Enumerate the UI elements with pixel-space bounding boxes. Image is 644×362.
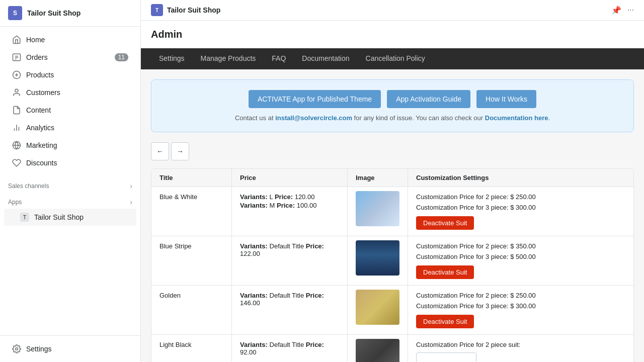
row2-image (348, 236, 408, 285)
nav-item-settings[interactable]: Settings (151, 48, 193, 69)
how-it-works-button[interactable]: How It Works (476, 90, 536, 108)
row4-image (348, 335, 408, 362)
table-row: Light Black Variants: Default Title Pric… (151, 335, 633, 362)
deactivate-suit-button-2[interactable]: Deactivate Suit (416, 265, 474, 279)
nav-item-cancellation-policy[interactable]: Cancellation Policy (358, 48, 433, 69)
sidebar-brand-name: Tailor Suit Shop (27, 9, 80, 17)
app-sub-icon: T (20, 213, 29, 222)
row4-price: Variants: Default Title Price: 92.00 (232, 335, 348, 362)
customers-label: Customers (26, 88, 60, 97)
row3-title: Golden (151, 286, 232, 334)
prev-arrow-button[interactable]: ← (151, 142, 169, 160)
row1-settings: Customization Price for 2 piece: $ 250.0… (408, 187, 633, 236)
products-icon (12, 70, 21, 79)
main-content-area: T Tailor Suit Shop 📌 ··· Admin Settings … (141, 0, 644, 362)
orders-label: Orders (26, 53, 48, 61)
deactivate-suit-button-1[interactable]: Deactivate Suit (416, 216, 474, 230)
sidebar-item-products[interactable]: Products (4, 66, 136, 83)
nav-item-faq[interactable]: FAQ (264, 48, 294, 69)
row3-settings: Customization Price for 2 piece: $ 250.0… (408, 286, 633, 334)
sidebar-header: S Tailor Suit Shop (0, 0, 140, 27)
svg-point-13 (16, 348, 18, 350)
table-header: Title Price Image Customization Settings (151, 169, 633, 187)
topbar-right: 📌 ··· (611, 6, 634, 15)
sidebar-item-home[interactable]: Home (4, 31, 136, 48)
nav-item-documentation[interactable]: Documentation (294, 48, 357, 69)
sidebar-sub-item-tailor-suit-shop[interactable]: T Tailor Suit Shop (4, 209, 136, 226)
content-icon (12, 106, 21, 115)
sidebar-item-discounts[interactable]: Discounts (4, 154, 136, 171)
apps-section[interactable]: Apps › (0, 192, 140, 208)
product-image-blue-white (356, 191, 399, 226)
sidebar-item-analytics[interactable]: Analytics (4, 119, 136, 136)
activation-btn-row: ACTIVATE App for Published Theme App Act… (162, 90, 623, 108)
settings-label: Settings (26, 345, 52, 353)
products-label: Products (26, 71, 54, 79)
table-row: Blue & White Variants: L Price: 120.00 V… (151, 187, 633, 236)
next-arrow-button[interactable]: → (171, 142, 189, 160)
row4-title: Light Black (151, 335, 232, 362)
nav-arrows: ← → (151, 142, 634, 160)
contact-email-link[interactable]: install@solvercircle.com (275, 114, 352, 122)
topbar-app-logo: T (151, 4, 163, 16)
customization-price-2piece-input[interactable] (416, 352, 476, 362)
home-label: Home (26, 36, 45, 44)
table-row: Golden Variants: Default Title Price: 14… (151, 286, 633, 335)
sidebar-nav: Home Orders 11 Products Customers (0, 27, 140, 176)
row1-title: Blue & White (151, 187, 232, 236)
marketing-icon (12, 141, 21, 150)
page-title: Admin (141, 21, 644, 48)
product-image-blue-stripe (356, 240, 399, 276)
products-table: Title Price Image Customization Settings… (151, 168, 634, 362)
sales-channels-chevron: › (130, 182, 132, 190)
sidebar-logo-icon: S (8, 6, 22, 20)
topbar-app-name: Tailor Suit Shop (167, 6, 220, 14)
sidebar-item-customers[interactable]: Customers (4, 84, 136, 101)
nav-item-manage-products[interactable]: Manage Products (193, 48, 264, 69)
orders-badge: 11 (115, 53, 128, 61)
row3-image (348, 286, 408, 334)
product-image-light-black (356, 339, 399, 362)
row4-settings: Customization Price for 2 piece suit: Cu… (408, 335, 633, 362)
row2-price: Variants: Default Title Price: 122.00 (232, 236, 348, 285)
row1-image (348, 187, 408, 236)
analytics-label: Analytics (26, 124, 54, 132)
deactivate-suit-button-3[interactable]: Deactivate Suit (416, 315, 474, 328)
more-options-icon[interactable]: ··· (627, 6, 634, 15)
sales-channels-section[interactable]: Sales channels › (0, 176, 140, 192)
svg-point-7 (15, 89, 18, 92)
marketing-label: Marketing (26, 141, 57, 149)
scrollable-content: ACTIVATE App for Published Theme App Act… (141, 69, 644, 362)
col-title: Title (151, 169, 232, 187)
discounts-label: Discounts (26, 159, 57, 167)
col-image: Image (348, 169, 408, 187)
sidebar-item-marketing[interactable]: Marketing (4, 137, 136, 154)
row2-settings: Customization Price for 2 piece: $ 350.0… (408, 236, 633, 285)
sidebar: S Tailor Suit Shop Home Orders 11 Produc… (0, 0, 141, 362)
contact-text: Contact us at install@solvercircle.com f… (162, 114, 623, 122)
main-topbar: T Tailor Suit Shop 📌 ··· (141, 0, 644, 21)
table-row: Blue Stripe Variants: Default Title Pric… (151, 236, 633, 286)
analytics-icon (12, 123, 21, 132)
home-icon (12, 35, 21, 44)
product-image-golden (356, 290, 399, 325)
documentation-link[interactable]: Documentation here (485, 114, 548, 122)
sidebar-item-content[interactable]: Content (4, 102, 136, 119)
row2-title: Blue Stripe (151, 236, 232, 285)
app-activation-guide-button[interactable]: App Activation Guide (387, 90, 470, 108)
customers-icon (12, 88, 21, 97)
pin-icon[interactable]: 📌 (611, 6, 621, 15)
sidebar-item-settings[interactable]: Settings (4, 340, 136, 357)
activation-banner: ACTIVATE App for Published Theme App Act… (151, 79, 634, 132)
app-nav: Settings Manage Products FAQ Documentati… (141, 48, 644, 69)
sidebar-item-orders[interactable]: Orders 11 (4, 49, 136, 66)
settings-icon (12, 344, 21, 353)
orders-icon (12, 53, 21, 62)
row1-price: Variants: L Price: 120.00 Variants: M Pr… (232, 187, 348, 236)
activate-theme-button[interactable]: ACTIVATE App for Published Theme (249, 90, 381, 108)
row3-price: Variants: Default Title Price: 146.00 (232, 286, 348, 334)
col-customization: Customization Settings (408, 169, 633, 187)
app-sub-label: Tailor Suit Shop (34, 213, 84, 221)
sidebar-settings-section: Settings (0, 335, 140, 362)
apps-chevron: › (130, 198, 132, 206)
